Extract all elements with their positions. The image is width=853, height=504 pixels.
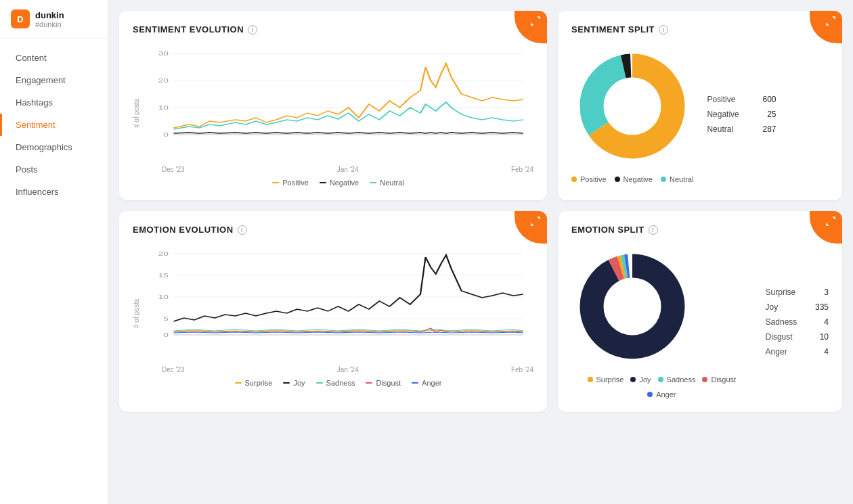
sentiment-split-title: SENTIMENT SPLIT i [571,24,829,35]
legend-positive: Positive [272,179,309,187]
sentiment-row: SENTIMENT EVOLUTION i # of posts 30 20 [119,11,842,200]
legend-sadness-dot: Sadness [658,375,696,384]
user-info: dunkin #dunkin [35,10,64,28]
legend-disgust-dot: Disgust [702,375,736,384]
donut-chart-wrapper: Positive Negative Neutral [571,45,693,183]
sadness-legend-item: Sadness 4 [766,317,829,327]
sentiment-donut-chart [571,45,693,167]
expand-icon-split[interactable] [810,11,842,43]
info-icon[interactable]: i [248,25,257,35]
legend-disgust: Disgust [366,379,401,387]
negative-legend-item: Negative 25 [707,110,776,119]
sidebar-logo: D dunkin #dunkin [0,0,108,39]
legend-negative: Negative [320,179,359,187]
emotion-split-content: Surprise Joy Sadness Disgust [571,246,829,398]
sidebar-nav: Content Engagement Hashtags Sentiment De… [0,39,108,504]
emotion-donut-bottom-legend: Surprise Joy Sadness Disgust [571,375,752,398]
sentiment-evolution-legend: Positive Negative Neutral [143,179,533,187]
expand-icon-emotion-split[interactable] [810,211,842,244]
legend-anger-dot: Anger [647,390,676,398]
sidebar-item-hashtags[interactable]: Hashtags [0,91,108,114]
emotion-evolution-card: EMOTION EVOLUTION i # of posts 20 1 [119,211,547,412]
sentiment-line-chart: 30 20 10 0 [143,40,533,162]
svg-text:15: 15 [158,272,169,278]
sentiment-evolution-title: SENTIMENT EVOLUTION i [133,24,533,35]
joy-legend-item: Joy 335 [766,302,829,312]
emotion-row: EMOTION EVOLUTION i # of posts 20 1 [119,211,842,412]
sidebar-item-demographics[interactable]: Demographics [0,136,108,158]
donut-bottom-legend: Positive Negative Neutral [571,175,693,183]
svg-text:0: 0 [163,331,169,338]
emotion-evolution-title: EMOTION EVOLUTION i [133,225,533,235]
expand-icon-emotion[interactable] [515,211,547,244]
legend-anger: Anger [412,379,441,387]
svg-point-12 [604,78,661,135]
sentiment-evolution-card: SENTIMENT EVOLUTION i # of posts 30 20 [119,11,547,200]
svg-text:20: 20 [158,77,169,83]
line-chart-wrapper: 30 20 10 0 Dec '23 [143,40,533,187]
svg-text:0: 0 [163,131,169,137]
expand-icon[interactable] [515,11,547,43]
info-icon-emotion-split[interactable]: i [649,225,658,235]
emotion-donut-wrapper: Surprise Joy Sadness Disgust [571,246,752,398]
sentiment-split-card: SENTIMENT SPLIT i [558,11,842,200]
emotion-split-legend: Surprise 3 Joy 335 Sadness 4 Disgust 10 [766,288,829,357]
user-handle: #dunkin [35,20,64,28]
sidebar-item-engagement[interactable]: Engagement [0,69,108,91]
sidebar-item-content[interactable]: Content [0,47,108,69]
disgust-legend-item: Disgust 10 [766,332,829,342]
legend-negative-dot: Negative [615,175,653,183]
positive-legend-item: Positive 600 [707,95,776,104]
sentiment-evolution-chart-area: # of posts 30 20 10 0 [133,40,533,187]
legend-neutral-dot: Neutral [661,175,693,183]
info-icon-split[interactable]: i [659,25,668,35]
anger-legend-item: Anger 4 [766,347,829,357]
legend-joy: Joy [283,379,305,387]
x-axis-labels-emotion: Dec '23 Jan '24 Feb '24 [143,366,533,373]
sidebar-item-sentiment[interactable]: Sentiment [0,114,108,136]
sentiment-split-content: Positive Negative Neutral [571,45,829,183]
emotion-split-title: EMOTION SPLIT i [571,225,829,235]
info-icon-emotion[interactable]: i [238,225,247,235]
emotion-evolution-chart-area: # of posts 20 15 10 5 0 [133,240,533,387]
y-axis-label: # of posts [133,40,140,187]
emotion-line-chart-wrapper: 20 15 10 5 0 [143,240,533,387]
x-axis-labels: Dec '23 Jan '24 Feb '24 [143,166,533,173]
svg-text:10: 10 [158,104,169,110]
y-axis-label-emotion: # of posts [133,240,140,387]
svg-text:5: 5 [163,315,169,321]
legend-surprise-dot: Surprise [588,375,624,384]
legend-surprise: Surprise [235,379,273,387]
surprise-legend-item: Surprise 3 [766,288,829,297]
svg-text:20: 20 [158,250,169,256]
svg-text:30: 30 [158,50,169,56]
emotion-donut-chart [571,246,693,367]
logo-icon: D [11,9,30,28]
main-content: SENTIMENT EVOLUTION i # of posts 30 20 [108,0,853,504]
username: dunkin [35,10,64,20]
legend-positive-dot: Positive [571,175,607,183]
sidebar-item-posts[interactable]: Posts [0,158,108,181]
sidebar-item-influencers[interactable]: Influencers [0,181,108,203]
neutral-legend-item: Neutral 287 [707,124,776,134]
svg-text:10: 10 [158,294,169,300]
emotion-line-chart: 20 15 10 5 0 [143,240,533,362]
legend-joy-dot: Joy [630,375,651,384]
emotion-split-card: EMOTION SPLIT i [558,211,842,412]
svg-point-29 [604,278,661,335]
sentiment-split-legend: Positive 600 Negative 25 Neutral 287 [707,95,776,134]
emotion-evolution-legend: Surprise Joy Sadness Disgust [143,379,533,387]
sidebar: D dunkin #dunkin Content Engagement Hash… [0,0,108,504]
legend-neutral: Neutral [370,179,403,187]
legend-sadness: Sadness [316,379,355,387]
